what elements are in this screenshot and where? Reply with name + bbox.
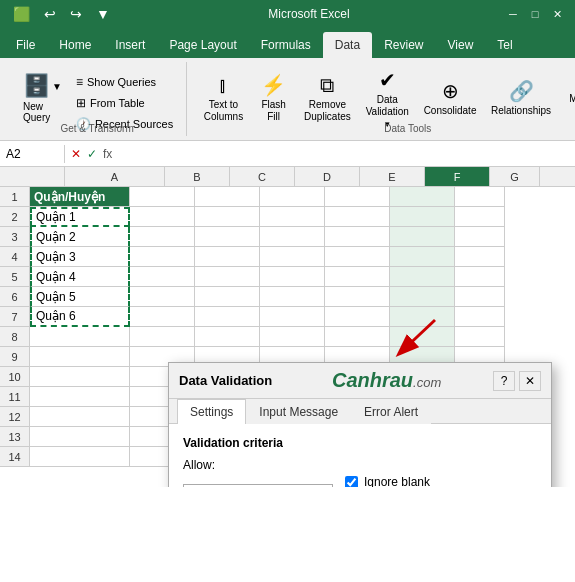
cell-f4[interactable] [390,247,455,267]
cell-e6[interactable] [325,287,390,307]
cell-e4[interactable] [325,247,390,267]
col-header-a[interactable]: A [65,167,165,186]
cell-a11[interactable] [30,387,130,407]
cell-g6[interactable] [455,287,505,307]
cell-d2[interactable] [260,207,325,227]
cell-g8[interactable] [455,327,505,347]
dialog-tab-input[interactable]: Input Message [246,399,351,424]
cell-a5[interactable]: Quận 4 [30,267,130,287]
consolidate-btn[interactable]: ⊕ Consolidate [417,68,482,128]
cell-a2[interactable]: Quận 1 [30,207,130,227]
cell-b7[interactable] [130,307,195,327]
cell-a1[interactable]: Quận/Huyện [30,187,130,207]
cell-c7[interactable] [195,307,260,327]
cell-f1[interactable] [390,187,455,207]
cell-c8[interactable] [195,327,260,347]
cell-e1[interactable] [325,187,390,207]
cell-b5[interactable] [130,267,195,287]
text-to-columns-btn[interactable]: ⫿ Text toColumns [197,68,249,128]
confirm-icon[interactable]: ✓ [87,147,97,161]
cell-f7[interactable] [390,307,455,327]
cell-a14[interactable] [30,447,130,467]
tab-file[interactable]: File [4,32,47,58]
cell-e7[interactable] [325,307,390,327]
cell-a10[interactable] [30,367,130,387]
tab-home[interactable]: Home [47,32,103,58]
cell-a13[interactable] [30,427,130,447]
dialog-help-btn[interactable]: ? [493,371,515,391]
minimize-btn[interactable]: ─ [503,6,523,22]
cell-c1[interactable] [195,187,260,207]
data-validation-btn[interactable]: ✔ DataValidation ▼ [359,68,415,128]
cell-a6[interactable]: Quận 5 [30,287,130,307]
cell-b6[interactable] [130,287,195,307]
cell-a3[interactable]: Quận 2 [30,227,130,247]
cell-b2[interactable] [130,207,195,227]
cell-d3[interactable] [260,227,325,247]
cell-g7[interactable] [455,307,505,327]
cell-f3[interactable] [390,227,455,247]
cell-b3[interactable] [130,227,195,247]
flash-fill-btn[interactable]: ⚡ FlashFill [252,68,296,128]
cell-b1[interactable] [130,187,195,207]
col-header-f[interactable]: F [425,167,490,186]
undo-btn[interactable]: ↩ [39,4,61,24]
close-btn[interactable]: ✕ [547,6,567,22]
dialog-tab-error[interactable]: Error Alert [351,399,431,424]
maximize-btn[interactable]: □ [525,6,545,22]
tab-formulas[interactable]: Formulas [249,32,323,58]
cell-f2[interactable] [390,207,455,227]
cell-g4[interactable] [455,247,505,267]
formula-input[interactable] [118,145,575,163]
relationships-btn[interactable]: 🔗 Relationships [485,68,558,128]
cell-e2[interactable] [325,207,390,227]
cell-c6[interactable] [195,287,260,307]
cell-a7[interactable]: Quận 6 [30,307,130,327]
col-header-d[interactable]: D [295,167,360,186]
col-header-c[interactable]: C [230,167,295,186]
col-header-g[interactable]: G [490,167,540,186]
manage-data-btn[interactable]: 📋 Manag...Data Mo... [559,68,575,128]
cell-c4[interactable] [195,247,260,267]
dialog-tab-settings[interactable]: Settings [177,399,246,424]
tab-view[interactable]: View [436,32,486,58]
cell-f5[interactable] [390,267,455,287]
cell-b8[interactable] [130,327,195,347]
cell-f6[interactable] [390,287,455,307]
from-table-btn[interactable]: ⊞ From Table [71,93,178,113]
cell-a9[interactable] [30,347,130,367]
cell-c3[interactable] [195,227,260,247]
dialog-close-btn[interactable]: ✕ [519,371,541,391]
cell-reference[interactable]: A2 [0,145,65,163]
tab-tel[interactable]: Tel [485,32,524,58]
cell-d8[interactable] [260,327,325,347]
cell-e3[interactable] [325,227,390,247]
col-header-e[interactable]: E [360,167,425,186]
cell-d1[interactable] [260,187,325,207]
redo-btn[interactable]: ↪ [65,4,87,24]
ignore-blank-checkbox[interactable] [345,476,358,488]
tab-review[interactable]: Review [372,32,435,58]
allow-select[interactable]: List [183,484,333,487]
cell-d6[interactable] [260,287,325,307]
cell-d7[interactable] [260,307,325,327]
show-queries-btn[interactable]: ≡ Show Queries [71,72,178,92]
cell-b4[interactable] [130,247,195,267]
cell-d4[interactable] [260,247,325,267]
cell-f8[interactable] [390,327,455,347]
cell-d5[interactable] [260,267,325,287]
cell-c5[interactable] [195,267,260,287]
more-btn[interactable]: ▼ [91,4,115,24]
cell-g1[interactable] [455,187,505,207]
cell-a4[interactable]: Quận 3 [30,247,130,267]
cell-e8[interactable] [325,327,390,347]
new-query-btn[interactable]: 🗄️ ▼ New Query [16,68,69,128]
cell-g3[interactable] [455,227,505,247]
cancel-icon[interactable]: ✕ [71,147,81,161]
col-header-b[interactable]: B [165,167,230,186]
cell-c2[interactable] [195,207,260,227]
cell-a8[interactable] [30,327,130,347]
tab-data[interactable]: Data [323,32,372,58]
cell-g5[interactable] [455,267,505,287]
tab-insert[interactable]: Insert [103,32,157,58]
